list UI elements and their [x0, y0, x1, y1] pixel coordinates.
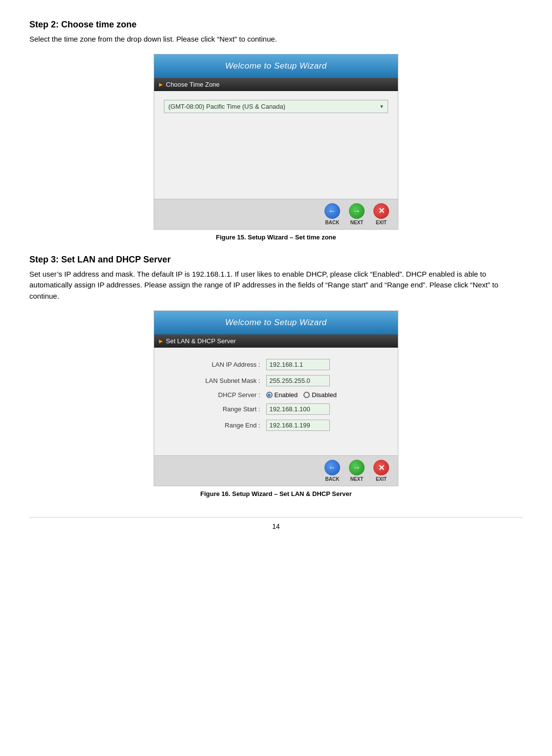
step2-title: Step 2: Choose time zone [29, 20, 523, 30]
dhcp-disabled-option[interactable]: Disabled [303, 391, 337, 399]
next-button-2[interactable]: → NEXT [346, 460, 368, 482]
figure15-caption: Figure 15. Setup Wizard – Set time zone [29, 234, 523, 241]
page-divider [29, 517, 523, 518]
exit-button-2[interactable]: ✕ EXIT [370, 460, 392, 482]
wizard-footer-2: ← BACK → NEXT ✕ EXIT [154, 455, 398, 486]
back-label-2: BACK [325, 476, 340, 482]
exit-label-1: EXIT [376, 220, 387, 225]
wizard-footer-1: ← BACK → NEXT ✕ EXIT [154, 199, 398, 229]
dhcp-radio-group: Enabled Disabled [266, 391, 385, 399]
exit-label-2: EXIT [376, 476, 387, 482]
exit-icon-1: ✕ [373, 203, 389, 219]
wizard-section-1: Choose Time Zone [154, 78, 398, 91]
exit-icon-2: ✕ [373, 460, 389, 475]
step3-description: Set user’s IP address and mask. The defa… [29, 269, 523, 302]
lan-ip-input[interactable] [266, 359, 330, 370]
back-button-1[interactable]: ← BACK [322, 203, 343, 225]
wizard-body-2: LAN IP Address : LAN Subnet Mask : DHCP … [154, 348, 398, 455]
figure16-caption: Figure 16. Setup Wizard – Set LAN & DHCP… [29, 490, 523, 497]
range-end-row: Range End : [164, 417, 388, 433]
figure16-wizard: Welcome to Setup Wizard Set LAN & DHCP S… [154, 310, 398, 486]
range-start-row: Range Start : [164, 401, 388, 417]
step3-title: Step 3: Set LAN and DHCP Server [29, 255, 523, 265]
timezone-select-wrapper[interactable]: (GMT-08:00) Pacific Time (US & Canada) [164, 100, 388, 113]
next-label-2: NEXT [350, 476, 364, 482]
back-icon-1: ← [324, 203, 340, 219]
dhcp-enabled-option[interactable]: Enabled [266, 391, 298, 399]
back-icon-2: ← [324, 460, 340, 475]
lan-mask-row: LAN Subnet Mask : [164, 373, 388, 389]
lan-ip-label: LAN IP Address : [164, 356, 263, 373]
dhcp-label: DHCP Server : [164, 389, 263, 401]
timezone-select[interactable]: (GMT-08:00) Pacific Time (US & Canada) [164, 100, 388, 113]
exit-button-1[interactable]: ✕ EXIT [370, 203, 392, 225]
figure15-wizard: Welcome to Setup Wizard Choose Time Zone… [154, 54, 398, 230]
dhcp-enabled-radio[interactable] [266, 392, 273, 398]
page-number: 14 [29, 522, 523, 530]
dhcp-disabled-label: Disabled [312, 391, 337, 399]
wizard-body-1: (GMT-08:00) Pacific Time (US & Canada) [154, 91, 398, 199]
range-start-label: Range Start : [164, 401, 263, 417]
range-start-input[interactable] [266, 403, 330, 415]
lan-mask-input[interactable] [266, 375, 330, 386]
lan-mask-label: LAN Subnet Mask : [164, 373, 263, 389]
next-label-1: NEXT [350, 220, 364, 225]
range-end-label: Range End : [164, 417, 263, 433]
back-button-2[interactable]: ← BACK [322, 460, 343, 482]
next-icon-2: → [349, 460, 365, 475]
dhcp-enabled-label: Enabled [275, 391, 298, 399]
step2-description: Select the time zone from the drop down … [29, 34, 523, 45]
wizard-section-2: Set LAN & DHCP Server [154, 334, 398, 348]
lan-ip-row: LAN IP Address : [164, 356, 388, 373]
dhcp-disabled-radio[interactable] [303, 392, 310, 398]
wizard-header-1: Welcome to Setup Wizard [154, 54, 398, 78]
range-end-input[interactable] [266, 420, 330, 431]
next-button-1[interactable]: → NEXT [346, 203, 368, 225]
wizard-header-2: Welcome to Setup Wizard [154, 311, 398, 334]
dhcp-row: DHCP Server : Enabled Disabled [164, 389, 388, 401]
next-icon-1: → [349, 203, 365, 219]
back-label-1: BACK [325, 220, 340, 225]
lan-form-table: LAN IP Address : LAN Subnet Mask : DHCP … [164, 356, 388, 433]
